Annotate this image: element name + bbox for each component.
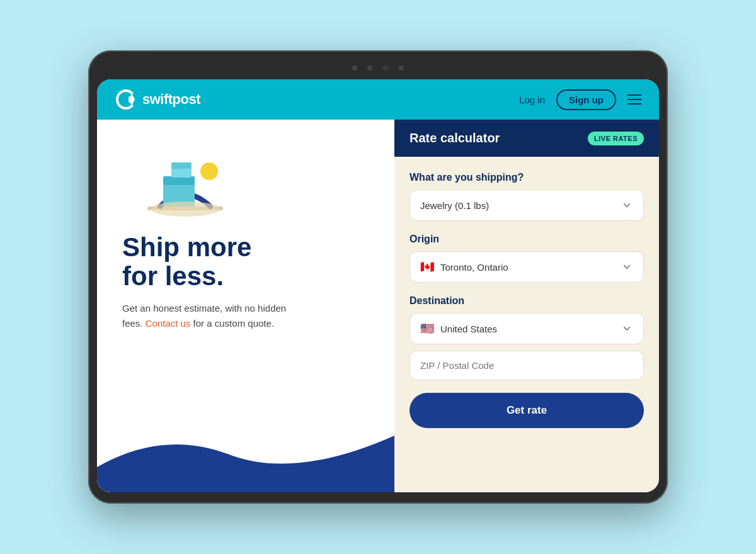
hamburger-menu-button[interactable]	[627, 94, 641, 105]
zip-postal-input[interactable]	[410, 351, 644, 380]
origin-text: Toronto, Ontario	[440, 262, 508, 273]
shipping-type-label: What are you shipping?	[410, 172, 644, 183]
destination-label: Destination	[410, 295, 644, 307]
origin-chevron-icon	[621, 261, 633, 273]
wave-decoration	[97, 417, 394, 492]
shipping-type-group: What are you shipping? Jewelry (0.1 lbs)	[410, 172, 644, 221]
logo-area: swiftpost	[115, 88, 200, 111]
camera-dot	[382, 65, 389, 71]
left-panel: Ship more for less. Get an honest estima…	[97, 120, 394, 492]
menu-line-3	[627, 103, 641, 105]
shipping-type-value: Jewelry (0.1 lbs)	[420, 200, 489, 211]
svg-rect-2	[163, 176, 195, 185]
origin-value-area: 🇨🇦 Toronto, Ontario	[420, 261, 508, 273]
destination-select[interactable]: 🇺🇸 United States	[410, 313, 644, 344]
main-content: Ship more for less. Get an honest estima…	[97, 120, 659, 492]
logo-text: swiftpost	[142, 91, 200, 108]
shipping-type-text: Jewelry (0.1 lbs)	[420, 200, 489, 211]
svg-rect-4	[171, 162, 192, 169]
origin-label: Origin	[410, 234, 644, 245]
hero-title-line1: Ship more	[122, 232, 251, 262]
origin-select[interactable]: 🇨🇦 Toronto, Ontario	[410, 251, 644, 283]
subtitle-text-3: for a custom quote.	[193, 318, 274, 329]
dot-3	[399, 65, 404, 71]
destination-chevron-icon	[621, 322, 633, 335]
destination-text: United States	[440, 324, 497, 334]
tablet-top-bar	[97, 59, 659, 77]
hero-title: Ship more for less.	[122, 233, 369, 291]
logo-icon	[115, 88, 137, 111]
tablet-frame: swiftpost Log in Sign up	[88, 50, 668, 504]
menu-line-1	[627, 94, 641, 96]
nav-right: Log in Sign up	[519, 89, 641, 110]
tablet-screen: swiftpost Log in Sign up	[97, 79, 659, 492]
live-rates-badge: LIVE RATES	[588, 132, 644, 145]
destination-value-area: 🇺🇸 United States	[420, 323, 497, 334]
hero-subtitle: Get an honest estimate, with no hidden f…	[122, 301, 299, 331]
contact-link[interactable]: Contact us	[146, 318, 191, 329]
chevron-down-icon	[621, 199, 633, 212]
calculator-title: Rate calculator	[410, 131, 500, 145]
login-button[interactable]: Log in	[519, 94, 545, 105]
navbar: swiftpost Log in Sign up	[97, 79, 659, 120]
dot-1	[352, 65, 357, 71]
rate-calculator: Rate calculator LIVE RATES What are you …	[394, 120, 659, 492]
calculator-body: What are you shipping? Jewelry (0.1 lbs)	[394, 157, 659, 443]
get-rate-button[interactable]: Get rate	[410, 393, 644, 428]
hero-title-line2: for less.	[122, 261, 224, 291]
shipping-illustration	[122, 138, 236, 220]
dot-2	[367, 65, 372, 71]
origin-group: Origin 🇨🇦 Toronto, Ontario	[410, 234, 644, 283]
destination-flag: 🇺🇸	[420, 323, 434, 334]
right-panel: Rate calculator LIVE RATES What are you …	[394, 120, 659, 492]
calculator-header: Rate calculator LIVE RATES	[394, 120, 659, 157]
shipping-type-select[interactable]: Jewelry (0.1 lbs)	[410, 189, 644, 221]
menu-line-2	[627, 99, 641, 100]
svg-point-6	[151, 201, 220, 217]
svg-point-5	[200, 162, 218, 180]
origin-flag: 🇨🇦	[420, 261, 434, 273]
destination-group: Destination 🇺🇸 United States	[410, 295, 644, 380]
signup-button[interactable]: Sign up	[556, 89, 616, 110]
